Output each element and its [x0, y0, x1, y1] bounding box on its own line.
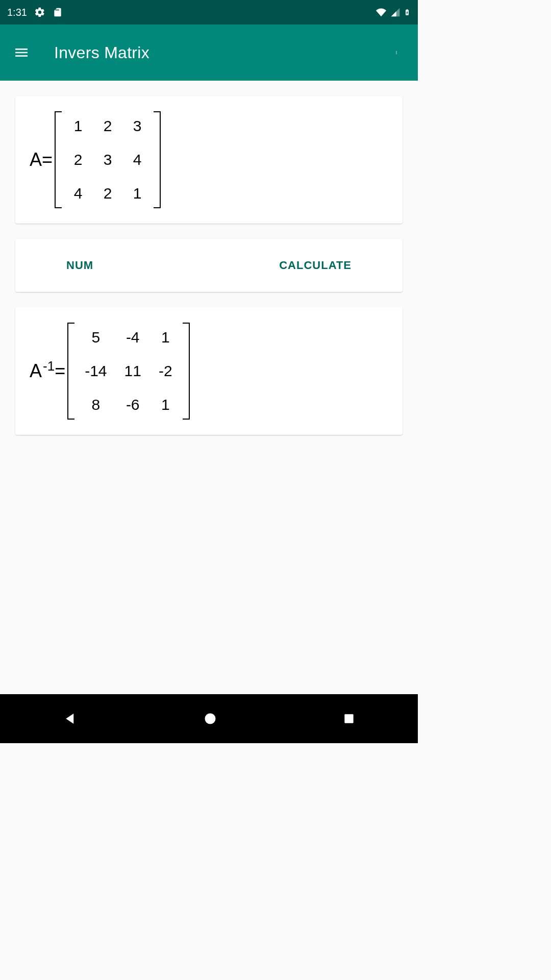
battery-charging-icon [404, 7, 411, 18]
status-bar: 1:31 [0, 0, 418, 24]
action-card: NUM CALCULATE [15, 239, 403, 292]
matrix-a-card: A= 1 2 3 2 3 4 4 2 1 [15, 96, 403, 224]
recents-icon[interactable] [342, 712, 356, 725]
matrix-cell: 8 [85, 396, 107, 413]
matrix-inverse-card: A-1= 5 -4 1 -14 11 -2 8 -6 1 [15, 307, 403, 435]
status-time: 1:31 [7, 7, 27, 18]
bracket-right [154, 111, 161, 208]
svg-point-0 [396, 51, 396, 52]
sd-card-icon [53, 7, 63, 18]
matrix-inverse-grid: 5 -4 1 -14 11 -2 8 -6 1 [74, 323, 182, 420]
calculate-button[interactable]: CALCULATE [228, 239, 403, 292]
matrix-cell: 1 [131, 185, 143, 202]
matrix-cell: 2 [72, 151, 84, 168]
matrix-cell: 1 [159, 396, 172, 413]
matrix-cell: -14 [85, 362, 107, 380]
bracket-left [55, 111, 62, 208]
matrix-inverse-label: A-1= [30, 358, 65, 384]
matrix-cell: -2 [159, 362, 172, 380]
app-bar: Invers Matrix [0, 24, 418, 81]
matrix-cell: 3 [102, 151, 114, 168]
svg-point-1 [396, 52, 396, 53]
bracket-right [183, 323, 190, 420]
matrix-cell: 4 [131, 151, 143, 168]
back-icon[interactable] [63, 711, 78, 726]
matrix-cell: 4 [72, 185, 84, 202]
matrix-cell: 11 [124, 362, 141, 380]
gear-icon [34, 7, 45, 18]
wifi-icon [375, 7, 387, 17]
more-icon[interactable] [385, 41, 408, 64]
matrix-cell: 2 [102, 117, 114, 135]
matrix-cell: 1 [159, 329, 172, 346]
matrix-cell: 3 [131, 117, 143, 135]
svg-point-3 [205, 714, 215, 724]
spacer [144, 239, 228, 292]
matrix-cell: -4 [124, 329, 141, 346]
matrix-cell: 2 [102, 185, 114, 202]
matrix-a-label: A= [30, 149, 53, 170]
menu-icon[interactable] [10, 41, 33, 64]
page-title: Invers Matrix [54, 43, 149, 62]
matrix-cell: 1 [72, 117, 84, 135]
matrix-cell: 5 [85, 329, 107, 346]
svg-rect-4 [344, 714, 353, 723]
content: A= 1 2 3 2 3 4 4 2 1 NUM CALCULATE [0, 81, 418, 450]
num-button[interactable]: NUM [15, 239, 144, 292]
signal-icon [390, 7, 400, 17]
bracket-left [67, 323, 74, 420]
matrix-a-grid: 1 2 3 2 3 4 4 2 1 [62, 111, 154, 208]
svg-point-2 [396, 54, 396, 54]
matrix-cell: -6 [124, 396, 141, 413]
home-icon[interactable] [203, 712, 217, 726]
system-nav-bar [0, 694, 418, 743]
